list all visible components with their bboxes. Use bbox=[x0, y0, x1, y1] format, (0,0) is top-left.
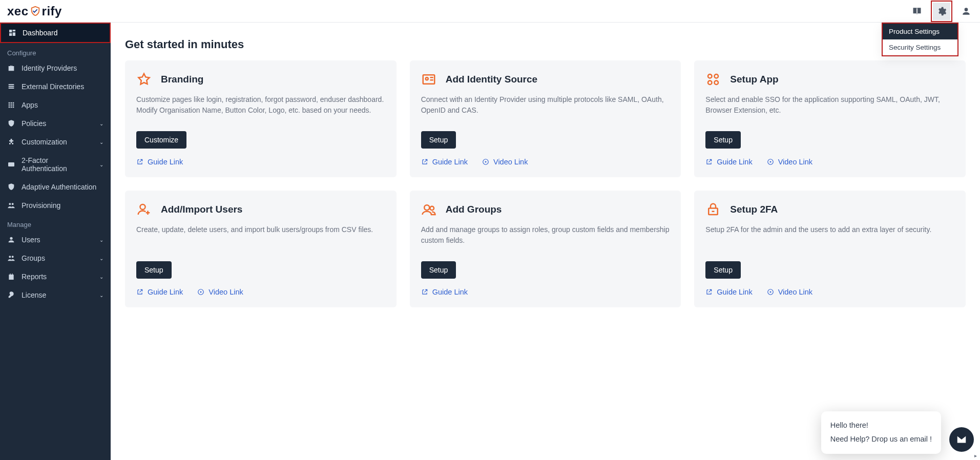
guide-link[interactable]: Guide Link bbox=[705, 158, 752, 166]
card-title: Setup App bbox=[730, 74, 778, 85]
sidebar-item-adaptive-auth[interactable]: Adaptive Authentication bbox=[0, 178, 111, 196]
chat-fab[interactable] bbox=[949, 427, 974, 452]
sidebar-item-label: Adaptive Authentication bbox=[22, 183, 103, 191]
sidebar-item-license[interactable]: License ⌄ bbox=[0, 286, 111, 304]
card-identity-source: Add Identity Source Connect with an Iden… bbox=[410, 60, 681, 177]
card-desc: Connect with an Identity Provider using … bbox=[421, 94, 670, 122]
users-icon bbox=[7, 201, 15, 210]
scroll-arrow-icon: ▸ bbox=[972, 452, 979, 459]
chat-popup[interactable]: Hello there! Need Help? Drop us an email… bbox=[821, 411, 941, 454]
svg-point-5 bbox=[715, 74, 719, 78]
card-title: Branding bbox=[161, 74, 203, 85]
card-branding: Branding Customize pages like login, reg… bbox=[125, 60, 397, 177]
setup-button[interactable]: Setup bbox=[421, 131, 456, 149]
topbar-actions bbox=[908, 1, 975, 22]
setup-button[interactable]: Setup bbox=[136, 261, 172, 279]
topbar: xec rify Product Settings Security Setti… bbox=[0, 0, 980, 23]
sidebar-section-manage: Manage bbox=[0, 215, 111, 231]
user-icon bbox=[7, 236, 15, 244]
sidebar-item-apps[interactable]: Apps bbox=[0, 96, 111, 114]
external-link-icon bbox=[705, 158, 713, 165]
svg-point-6 bbox=[708, 81, 712, 85]
user-plus-icon bbox=[136, 202, 152, 217]
link-label: Video Link bbox=[208, 288, 243, 296]
briefcase-icon bbox=[7, 64, 15, 72]
menu-security-settings[interactable]: Security Settings bbox=[883, 39, 957, 55]
svg-rect-0 bbox=[8, 162, 14, 166]
sidebar-item-label: Users bbox=[22, 236, 93, 244]
sidebar-item-provisioning[interactable]: Provisioning bbox=[0, 196, 111, 215]
video-link[interactable]: Video Link bbox=[767, 158, 812, 166]
svg-point-9 bbox=[140, 204, 145, 210]
sidebar-item-label: Provisioning bbox=[22, 201, 103, 210]
external-link-icon bbox=[136, 288, 143, 296]
sidebar-item-label: 2-Factor Authentication bbox=[22, 156, 93, 173]
guide-link[interactable]: Guide Link bbox=[136, 158, 183, 166]
video-link[interactable]: Video Link bbox=[767, 288, 812, 296]
svg-point-4 bbox=[708, 74, 712, 78]
link-label: Video Link bbox=[778, 158, 812, 166]
grid-icon bbox=[7, 101, 15, 109]
customize-button[interactable]: Customize bbox=[136, 131, 186, 149]
link-label: Guide Link bbox=[148, 158, 183, 166]
gear-highlight bbox=[931, 1, 952, 22]
star-icon bbox=[136, 72, 152, 87]
sidebar-item-policies[interactable]: Policies ⌄ bbox=[0, 114, 111, 133]
badge-icon bbox=[7, 160, 15, 169]
card-title: Add Identity Source bbox=[446, 74, 537, 85]
setup-button[interactable]: Setup bbox=[705, 131, 741, 149]
sidebar-item-users[interactable]: Users ⌄ bbox=[0, 231, 111, 249]
chevron-down-icon: ⌄ bbox=[99, 162, 103, 168]
card-desc: Select and enable SSO for the applicatio… bbox=[705, 94, 954, 122]
guide-link[interactable]: Guide Link bbox=[421, 158, 468, 166]
sidebar-item-dashboard[interactable]: Dashboard bbox=[1, 24, 110, 42]
guide-link[interactable]: Guide Link bbox=[136, 288, 183, 296]
cards-grid: Branding Customize pages like login, reg… bbox=[125, 60, 966, 307]
sidebar-item-label: Policies bbox=[22, 119, 93, 128]
card-setup-app: Setup App Select and enable SSO for the … bbox=[694, 60, 966, 177]
sidebar-item-2fa[interactable]: 2-Factor Authentication ⌄ bbox=[0, 151, 111, 178]
chat-line1: Hello there! bbox=[830, 419, 932, 433]
sidebar-item-external-directories[interactable]: External Directories bbox=[0, 77, 111, 96]
guide-link[interactable]: Guide Link bbox=[705, 288, 752, 296]
video-link[interactable]: Video Link bbox=[482, 158, 528, 166]
card-desc: Setup 2FA for the admin and the users to… bbox=[705, 224, 954, 252]
user-icon[interactable] bbox=[957, 3, 975, 20]
docs-icon[interactable] bbox=[908, 3, 926, 20]
chevron-down-icon: ⌄ bbox=[99, 237, 103, 243]
sidebar-item-label: Reports bbox=[22, 273, 93, 281]
card-desc: Create, update, delete users, and import… bbox=[136, 224, 385, 252]
video-link[interactable]: Video Link bbox=[197, 288, 243, 296]
sidebar-item-groups[interactable]: Groups ⌄ bbox=[0, 249, 111, 267]
sidebar-item-label: External Directories bbox=[22, 82, 103, 91]
group-icon bbox=[7, 254, 15, 262]
external-link-icon bbox=[705, 288, 713, 296]
key-icon bbox=[7, 291, 15, 299]
card-title: Add Groups bbox=[446, 204, 502, 215]
play-circle-icon bbox=[767, 158, 774, 165]
puzzle-icon bbox=[7, 138, 15, 146]
chat-line2: Need Help? Drop us an email ! bbox=[830, 432, 932, 447]
sidebar-item-identity-providers[interactable]: Identity Providers bbox=[0, 59, 111, 77]
svg-point-12 bbox=[430, 206, 434, 211]
link-label: Video Link bbox=[493, 158, 528, 166]
card-desc: Add and manage groups to assign roles, g… bbox=[421, 224, 670, 252]
sidebar-active-highlight: Dashboard bbox=[0, 23, 111, 43]
chevron-down-icon: ⌄ bbox=[99, 256, 103, 261]
sidebar-item-customization[interactable]: Customization ⌄ bbox=[0, 133, 111, 151]
menu-product-settings[interactable]: Product Settings bbox=[883, 24, 957, 39]
gear-icon[interactable] bbox=[933, 3, 950, 20]
setup-button[interactable]: Setup bbox=[421, 261, 456, 279]
brand-logo: xec rify bbox=[7, 4, 62, 18]
link-label: Guide Link bbox=[148, 288, 183, 296]
settings-dropdown: Product Settings Security Settings bbox=[882, 23, 958, 56]
sidebar-item-label: License bbox=[22, 291, 93, 299]
link-label: Guide Link bbox=[717, 288, 752, 296]
link-label: Video Link bbox=[778, 288, 812, 296]
setup-button[interactable]: Setup bbox=[705, 261, 741, 279]
guide-link[interactable]: Guide Link bbox=[421, 288, 468, 296]
brand-left: xec bbox=[7, 4, 29, 18]
main-content: Get started in minutes Branding Customiz… bbox=[111, 23, 980, 460]
sidebar-item-reports[interactable]: Reports ⌄ bbox=[0, 267, 111, 286]
link-label: Guide Link bbox=[432, 288, 468, 296]
